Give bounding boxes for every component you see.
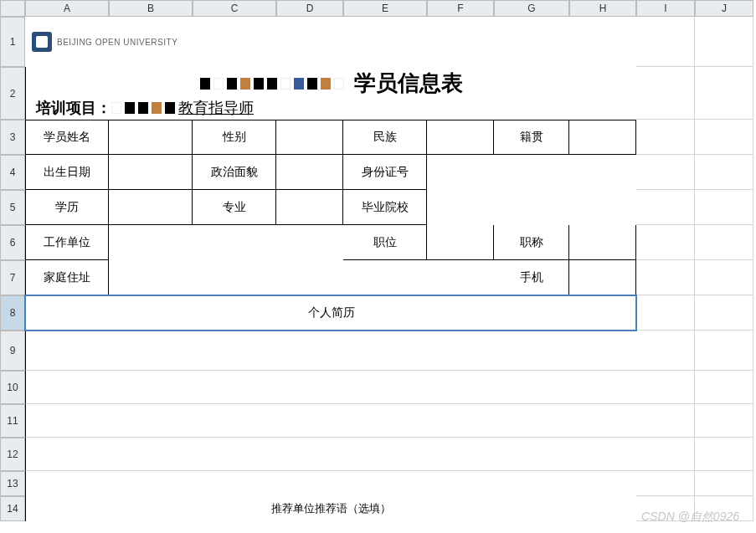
- row-header-9[interactable]: 9: [0, 331, 25, 371]
- cell-14i[interactable]: [636, 496, 695, 521]
- col-header-d[interactable]: D: [276, 0, 343, 17]
- cell-7i[interactable]: [636, 260, 695, 295]
- cell-4i[interactable]: [636, 155, 695, 190]
- cell-8j[interactable]: [695, 295, 753, 331]
- input-workunit[interactable]: [109, 225, 343, 260]
- col-header-e[interactable]: E: [343, 0, 427, 17]
- cell-7j[interactable]: [695, 260, 753, 295]
- cell-10i[interactable]: [636, 371, 695, 404]
- input-education[interactable]: [109, 190, 193, 225]
- label-education[interactable]: 学历: [25, 190, 109, 225]
- col-header-c[interactable]: C: [193, 0, 276, 17]
- cell-6j[interactable]: [695, 225, 753, 260]
- resume-row-13[interactable]: [25, 471, 636, 496]
- cell-9i[interactable]: [636, 331, 695, 371]
- input-gender[interactable]: [276, 120, 343, 155]
- resume-row-10[interactable]: [25, 371, 636, 404]
- row-header-11[interactable]: 11: [0, 404, 25, 438]
- row-header-5[interactable]: 5: [0, 190, 25, 225]
- row-header-12[interactable]: 12: [0, 438, 25, 471]
- label-political[interactable]: 政治面貌: [193, 155, 276, 190]
- cell-11i[interactable]: [636, 404, 695, 438]
- label-ethnicity[interactable]: 民族: [343, 120, 427, 155]
- label-school[interactable]: 毕业院校: [343, 190, 427, 225]
- row-header-1[interactable]: 1: [0, 17, 25, 67]
- cell-14j[interactable]: [695, 496, 753, 521]
- col-header-a[interactable]: A: [25, 0, 109, 17]
- row-header-10[interactable]: 10: [0, 371, 25, 404]
- input-title[interactable]: [569, 225, 636, 260]
- resume-row-12[interactable]: [25, 438, 636, 471]
- col-header-f[interactable]: F: [427, 0, 494, 17]
- cell-9j[interactable]: [695, 331, 753, 371]
- input-position[interactable]: [427, 225, 494, 260]
- input-name[interactable]: [109, 120, 193, 155]
- col-header-j[interactable]: J: [695, 0, 753, 17]
- col-header-g[interactable]: G: [494, 0, 569, 17]
- cell-2j[interactable]: [695, 67, 753, 120]
- label-position[interactable]: 职位: [343, 225, 427, 260]
- input-dob[interactable]: [109, 155, 193, 190]
- select-all-corner[interactable]: [0, 0, 25, 17]
- cell-6i[interactable]: [636, 225, 695, 260]
- resume-row-9[interactable]: [25, 331, 636, 371]
- cell-12i[interactable]: [636, 438, 695, 471]
- logo-text: BEIJING OPEN UNIVERSITY: [57, 38, 177, 47]
- label-address[interactable]: 家庭住址: [25, 260, 109, 295]
- cell-2i[interactable]: [636, 67, 695, 120]
- cell-1d[interactable]: [276, 17, 636, 67]
- cell-3j[interactable]: [695, 120, 753, 155]
- row-header-7[interactable]: 7: [0, 260, 25, 295]
- cell-5j[interactable]: [695, 190, 753, 225]
- input-idnum[interactable]: [427, 155, 636, 190]
- cell-1j[interactable]: [695, 17, 753, 67]
- row-header-14[interactable]: 14: [0, 496, 25, 521]
- input-school[interactable]: [427, 190, 636, 225]
- col-header-b[interactable]: B: [109, 0, 193, 17]
- input-political[interactable]: [276, 155, 343, 190]
- cell-12j[interactable]: [695, 438, 753, 471]
- cell-10j[interactable]: [695, 371, 753, 404]
- project-value: 教育指导师: [111, 98, 254, 118]
- label-dob[interactable]: 出生日期: [25, 155, 109, 190]
- pixelated-blur: [200, 78, 344, 90]
- label-name[interactable]: 学员姓名: [25, 120, 109, 155]
- input-ethnicity[interactable]: [427, 120, 494, 155]
- row-header-4[interactable]: 4: [0, 155, 25, 190]
- label-major[interactable]: 专业: [193, 190, 276, 225]
- university-logo-icon: [32, 32, 52, 52]
- row-header-3[interactable]: 3: [0, 120, 25, 155]
- cell-3i[interactable]: [636, 120, 695, 155]
- cell-11j[interactable]: [695, 404, 753, 438]
- cell-13j[interactable]: [695, 471, 753, 496]
- cell-1i[interactable]: [636, 17, 695, 67]
- col-header-h[interactable]: H: [569, 0, 636, 17]
- input-origin[interactable]: [569, 120, 636, 155]
- label-phone[interactable]: 手机: [494, 260, 569, 295]
- label-resume[interactable]: 个人简历: [25, 295, 636, 331]
- row-header-13[interactable]: 13: [0, 471, 25, 496]
- row-header-2[interactable]: 2: [0, 67, 25, 120]
- input-address[interactable]: [109, 260, 494, 295]
- input-major[interactable]: [276, 190, 343, 225]
- pixelated-blur-2: [111, 102, 175, 114]
- cell-8i[interactable]: [636, 295, 695, 331]
- title-text: 学员信息表: [354, 69, 463, 98]
- input-phone[interactable]: [569, 260, 636, 295]
- logo-cell: BEIJING OPEN UNIVERSITY: [25, 17, 276, 67]
- row-header-8[interactable]: 8: [0, 295, 25, 331]
- label-title[interactable]: 职称: [494, 225, 569, 260]
- row-header-6[interactable]: 6: [0, 225, 25, 260]
- cell-13i[interactable]: [636, 471, 695, 496]
- col-header-i[interactable]: I: [636, 0, 695, 17]
- label-gender[interactable]: 性别: [193, 120, 276, 155]
- title-project-area[interactable]: 学员信息表 培训项目： 教育指导师: [25, 67, 636, 120]
- cell-5i[interactable]: [636, 190, 695, 225]
- label-origin[interactable]: 籍贯: [494, 120, 569, 155]
- label-workunit[interactable]: 工作单位: [25, 225, 109, 260]
- label-recommend[interactable]: 推荐单位推荐语（选填）: [25, 496, 636, 521]
- cell-4j[interactable]: [695, 155, 753, 190]
- label-idnum[interactable]: 身份证号: [343, 155, 427, 190]
- spreadsheet-grid[interactable]: A B C D E F G H I J 1 BEIJING OPEN UNIVE…: [0, 0, 756, 521]
- resume-row-11[interactable]: [25, 404, 636, 438]
